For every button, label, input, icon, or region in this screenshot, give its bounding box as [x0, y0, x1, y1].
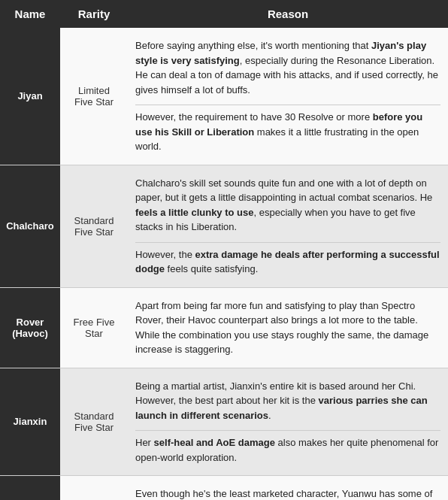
rarity-cell: LimitedFive Star: [60, 28, 128, 165]
reason-paragraph: However, the requirement to have 30 Reso…: [135, 105, 440, 159]
table-row: Rover(Havoc)Free FiveStarApart from bein…: [0, 287, 448, 368]
reason-paragraph: However, the extra damage he deals after…: [135, 242, 440, 281]
reason-paragraph: Even though he's the least marketed char…: [135, 482, 440, 500]
rarity-cell: StandardFive Star: [60, 165, 128, 287]
reason-cell: Being a martial artist, Jianxin's entire…: [128, 368, 448, 476]
reason-cell: Chalcharo's skill set sounds quite fun a…: [128, 165, 448, 287]
reason-header: Reason: [128, 0, 448, 28]
name-header: Name: [0, 0, 60, 28]
name-cell: Jiyan: [0, 28, 60, 165]
reason-cell: Apart from being far more fun and satisf…: [128, 287, 448, 368]
name-cell: Yuanwu: [0, 476, 60, 501]
table-row: YuanwuFour StarEven though he's the leas…: [0, 476, 448, 501]
table-row: JiyanLimitedFive StarBefore saying anyth…: [0, 28, 448, 165]
reason-paragraph: Chalcharo's skill set sounds quite fun a…: [135, 171, 440, 239]
table-row: JianxinStandardFive StarBeing a martial …: [0, 368, 448, 476]
reason-cell: Before saying anything else, it's worth …: [128, 28, 448, 165]
reason-paragraph: Her self-heal and AoE damage also makes …: [135, 430, 440, 469]
rarity-header: Rarity: [60, 0, 128, 28]
reason-paragraph: Before saying anything else, it's worth …: [135, 34, 440, 102]
reason-cell: Even though he's the least marketed char…: [128, 476, 448, 501]
name-cell: Rover(Havoc): [0, 287, 60, 368]
rarity-cell: Four Star: [60, 476, 128, 501]
name-cell: Jianxin: [0, 368, 60, 476]
name-cell: Chalcharo: [0, 165, 60, 287]
table-row: ChalcharoStandardFive StarChalcharo's sk…: [0, 165, 448, 287]
reason-paragraph: Apart from being far more fun and satisf…: [135, 294, 440, 362]
rarity-cell: StandardFive Star: [60, 368, 128, 476]
reason-paragraph: Being a martial artist, Jianxin's entire…: [135, 374, 440, 428]
rarity-cell: Free FiveStar: [60, 287, 128, 368]
